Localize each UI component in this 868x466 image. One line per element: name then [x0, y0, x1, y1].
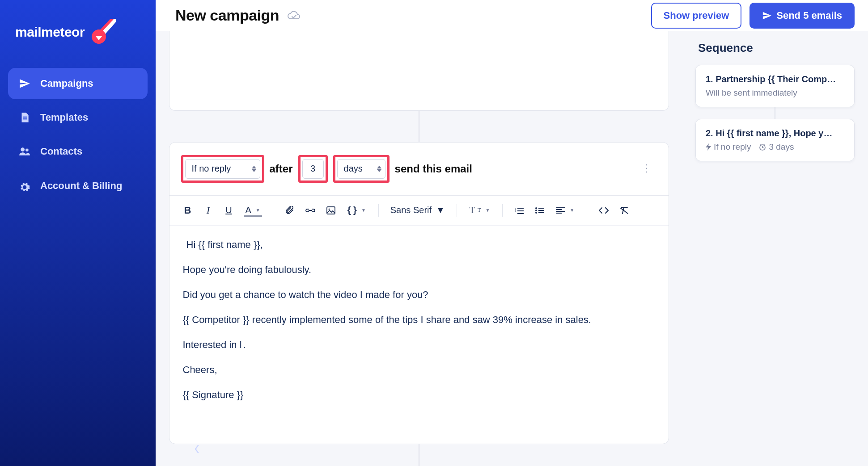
image-button[interactable] [322, 202, 339, 219]
svg-rect-11 [517, 213, 524, 214]
ordered-list-button[interactable]: 12 [511, 202, 528, 219]
svg-rect-18 [556, 207, 565, 208]
svg-rect-2 [23, 118, 27, 119]
clock-icon [759, 143, 766, 151]
send-this-email-label: send this email [395, 163, 472, 175]
topbar: New campaign Show preview Send 5 emails [156, 0, 868, 31]
previous-email-card[interactable] [169, 31, 669, 111]
sequence-step-title: 1. Partnership {{ Their Comp… [706, 74, 844, 84]
send-icon [762, 11, 772, 21]
sidebar-item-label: Campaigns [40, 78, 93, 89]
text-size-button[interactable]: TT▼ [465, 202, 494, 219]
more-options-button[interactable]: ⋯ [638, 159, 656, 179]
svg-rect-17 [538, 212, 544, 213]
sequence-connector-line [775, 107, 775, 119]
sidebar-item-account-billing[interactable]: Account & Billing [8, 170, 148, 203]
align-button[interactable]: ▼ [552, 202, 579, 219]
email-line: {{ Signature }} [183, 387, 655, 403]
sidebar: mailmeteor Campaigns Templates Contacts [0, 0, 156, 466]
email-line: Hi {{ first name }}, [183, 237, 655, 252]
delay-value-highlight [298, 155, 328, 183]
svg-rect-13 [538, 208, 544, 209]
meteor-icon [89, 19, 116, 46]
sequence-step-condition: If no reply [714, 142, 751, 152]
send-emails-label: Send 5 emails [776, 10, 842, 21]
sequence-step-2[interactable]: 2. Hi {{ first name }}, Hope y… If no re… [695, 119, 855, 161]
chevron-down-icon: ▼ [436, 205, 445, 215]
page-title: New campaign [175, 7, 279, 24]
email-editor[interactable]: Hi {{ first name }}, Hope you're doing f… [169, 226, 669, 444]
svg-rect-21 [556, 213, 562, 214]
delay-unit-value: days [344, 164, 363, 174]
stepper-icon [377, 166, 381, 172]
followup-condition-bar: If no reply after [169, 143, 669, 196]
variables-button[interactable]: { }▼ [343, 202, 370, 219]
svg-point-6 [328, 208, 330, 210]
code-view-button[interactable] [595, 202, 612, 219]
svg-point-3 [21, 147, 25, 151]
condition-highlight: If no reply [181, 155, 264, 183]
svg-rect-19 [556, 209, 562, 210]
sequence-step-title: 2. Hi {{ first name }}, Hope y… [706, 128, 844, 139]
unordered-list-button[interactable] [531, 202, 548, 219]
attachment-button[interactable] [281, 202, 298, 219]
sequence-connector-line [419, 111, 419, 142]
sequence-step-1[interactable]: 1. Partnership {{ Their Comp… Will be se… [695, 65, 855, 107]
editor-column: If no reply after [156, 31, 682, 466]
sidebar-item-label: Account & Billing [40, 180, 122, 193]
font-family-value: Sans Serif [390, 205, 432, 215]
after-label: after [270, 163, 293, 175]
content: If no reply after [156, 31, 868, 466]
bolt-icon [706, 143, 711, 151]
sidebar-item-templates[interactable]: Templates [8, 102, 148, 133]
sidebar-item-label: Contacts [40, 146, 82, 157]
sidebar-nav: Campaigns Templates Contacts Account & B… [8, 68, 148, 203]
delay-unit-select[interactable]: days [337, 159, 385, 179]
underline-button[interactable]: U [220, 202, 237, 219]
svg-rect-8 [517, 208, 524, 209]
main: New campaign Show preview Send 5 emails [156, 0, 868, 466]
sequence-step-sub: Will be sent immediately [706, 88, 844, 98]
svg-point-14 [535, 210, 537, 211]
condition-select[interactable]: If no reply [185, 159, 260, 179]
italic-button[interactable]: I [200, 202, 217, 219]
sequence-connector-line [419, 444, 419, 466]
sidebar-item-campaigns[interactable]: Campaigns [8, 68, 148, 99]
email-line: Did you get a chance to watch the video … [183, 287, 655, 302]
editor-toolbar: B I U A▼ { }▼ Sans Serif ▼ [169, 196, 669, 226]
bold-button[interactable]: B [179, 202, 196, 219]
svg-point-16 [535, 212, 537, 214]
svg-rect-5 [327, 207, 335, 214]
brand-name: mailmeteor [15, 25, 85, 40]
email-line: Interested in l. [183, 337, 655, 353]
sequence-panel: Sequence 1. Partnership {{ Their Comp… W… [695, 31, 855, 466]
sidebar-item-label: Templates [40, 112, 88, 123]
email-line: Cheers, [183, 362, 655, 378]
text-color-button[interactable]: A▼ [241, 202, 265, 219]
link-button[interactable] [302, 202, 319, 219]
sidebar-item-contacts[interactable]: Contacts [8, 136, 148, 167]
show-preview-label: Show preview [664, 10, 729, 21]
people-icon [19, 146, 30, 157]
svg-text:2: 2 [515, 210, 517, 213]
clear-format-button[interactable] [616, 202, 633, 219]
gear-icon [19, 181, 30, 193]
cloud-sync-icon [287, 10, 301, 21]
sequence-step-delay: 3 days [769, 142, 794, 152]
delay-value-input[interactable] [302, 159, 324, 179]
show-preview-button[interactable]: Show preview [651, 3, 742, 29]
send-icon [19, 78, 30, 89]
email-line: Hope you're doing fabulously. [183, 262, 655, 277]
brand-logo[interactable]: mailmeteor [8, 11, 148, 62]
send-emails-button[interactable]: Send 5 emails [749, 3, 855, 29]
svg-point-12 [535, 207, 537, 209]
delay-unit-highlight: days [333, 155, 390, 183]
stepper-icon [252, 166, 256, 172]
sequence-step-sub: If no reply 3 days [706, 142, 844, 152]
document-icon [19, 112, 30, 123]
svg-rect-20 [556, 211, 565, 212]
email-line: {{ Competitor }} recently implemented so… [183, 312, 655, 327]
condition-value: If no reply [192, 164, 231, 174]
svg-point-4 [25, 149, 28, 152]
font-family-select[interactable]: Sans Serif ▼ [387, 205, 449, 215]
